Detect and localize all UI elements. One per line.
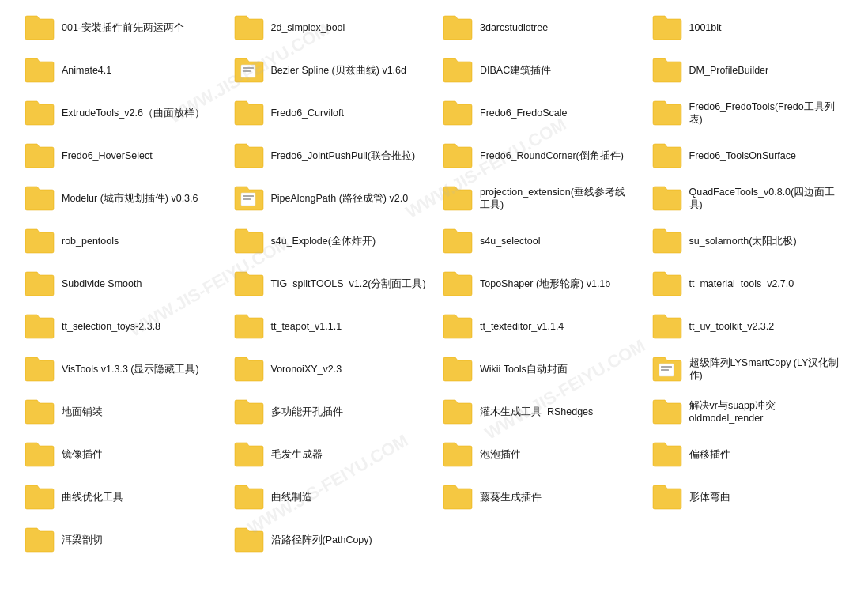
folder-icon	[651, 356, 683, 383]
folder-icon	[24, 526, 55, 553]
folder-icon	[24, 100, 55, 126]
folder-item[interactable]: 镜像插件	[16, 435, 225, 474]
folder-item[interactable]: 超级阵列LYSmartCopy (LY汉化制作)	[643, 349, 853, 389]
folder-item[interactable]: Fredo6_ToolsOnSurface	[643, 136, 853, 175]
folder-item[interactable]: su_solarnorth(太阳北极)	[643, 221, 853, 261]
folder-label: 泡泡插件	[480, 448, 521, 461]
folder-icon	[24, 270, 55, 297]
folder-item[interactable]: projection_extension(垂线参考线工具)	[434, 179, 643, 218]
folder-item[interactable]: 曲线制造	[225, 477, 435, 517]
folder-icon	[651, 484, 683, 511]
folder-label: 沿路径阵列(PathCopy)	[271, 534, 372, 546]
folder-icon	[24, 356, 55, 383]
folder-label: 毛发生成器	[271, 448, 323, 461]
folder-icon	[651, 14, 683, 41]
folder-label: TIG_splitTOOLS_v1.2(分割面工具)	[271, 277, 426, 290]
folder-item[interactable]: 藤葵生成插件	[434, 477, 643, 517]
folder-item[interactable]: Animate4.1	[16, 51, 225, 90]
folder-icon	[24, 185, 55, 212]
svg-rect-5	[243, 198, 251, 200]
folder-item[interactable]: DIBAC建筑插件	[434, 51, 643, 90]
folder-icon	[442, 100, 474, 126]
folder-label: 藤葵生成插件	[480, 491, 542, 504]
folder-item[interactable]: s4u_selectool	[434, 221, 643, 261]
folder-label: su_solarnorth(太阳北极)	[689, 235, 797, 247]
folder-icon	[233, 100, 265, 126]
folder-item[interactable]: 2d_simplex_bool	[225, 8, 435, 47]
folder-label: Fredo6_FredoTools(Fredo工具列表)	[689, 100, 845, 126]
folder-label: Modelur (城市规划插件) v0.3.6	[62, 192, 198, 205]
folder-icon	[651, 185, 683, 212]
folder-label: 超级阵列LYSmartCopy (LY汉化制作)	[689, 357, 845, 383]
folder-icon	[233, 313, 265, 340]
folder-label: rob_pentools	[62, 235, 119, 247]
folder-item[interactable]: QuadFaceTools_v0.8.0(四边面工具)	[643, 179, 853, 218]
folder-item[interactable]: 1001bit	[643, 8, 853, 47]
folder-item[interactable]: 泡泡插件	[434, 435, 643, 474]
folder-item[interactable]: 洱梁剖切	[16, 520, 225, 560]
folder-label: Fredo6_FredoScale	[480, 107, 567, 119]
folder-item[interactable]: rob_pentools	[16, 221, 225, 261]
folder-icon	[442, 57, 474, 84]
folder-item[interactable]: 地面铺装	[16, 392, 225, 432]
folder-label: 2d_simplex_bool	[271, 21, 345, 34]
folder-item[interactable]: VoronoiXY_v2.3	[225, 349, 435, 389]
folder-label: s4u_selectool	[480, 235, 540, 247]
folder-item[interactable]: 形体弯曲	[643, 477, 853, 517]
folder-item[interactable]: TIG_splitTOOLS_v1.2(分割面工具)	[225, 264, 435, 304]
folder-item[interactable]: PipeAlongPath (路径成管) v2.0	[225, 179, 435, 218]
folder-item[interactable]: tt_material_tools_v2.7.0	[643, 264, 853, 304]
folder-item[interactable]: Fredo6_JointPushPull(联合推拉)	[225, 136, 435, 175]
folder-item[interactable]: 偏移插件	[643, 435, 853, 474]
folder-item[interactable]: tt_texteditor_v1.1.4	[434, 307, 643, 346]
folder-item[interactable]: Fredo6_FredoScale	[434, 93, 643, 133]
folder-item[interactable]: tt_uv_toolkit_v2.3.2	[643, 307, 853, 346]
folder-label: ExtrudeTools_v2.6（曲面放样）	[62, 107, 205, 119]
folder-item[interactable]: 毛发生成器	[225, 435, 435, 474]
folder-item[interactable]: tt_teapot_v1.1.1	[225, 307, 435, 346]
folder-label: 灌木生成工具_RShedges	[480, 406, 593, 418]
folder-item[interactable]: TopoShaper (地形轮廓) v1.1b	[434, 264, 643, 304]
folder-icon	[442, 484, 474, 511]
folder-item[interactable]: s4u_Explode(全体炸开)	[225, 221, 435, 261]
folder-icon	[24, 228, 55, 255]
folder-item[interactable]: Fredo6_FredoTools(Fredo工具列表)	[643, 93, 853, 133]
folder-label: VoronoiXY_v2.3	[271, 363, 342, 375]
folder-item[interactable]: Fredo6_HoverSelect	[16, 136, 225, 175]
folder-item[interactable]: 曲线优化工具	[16, 477, 225, 517]
folder-label: tt_selection_toys-2.3.8	[62, 320, 160, 333]
folder-item[interactable]: 001-安装插件前先两运两个	[16, 8, 225, 47]
folder-label: PipeAlongPath (路径成管) v2.0	[271, 192, 409, 205]
folder-icon	[24, 313, 55, 340]
folder-label: tt_texteditor_v1.1.4	[480, 320, 564, 333]
svg-rect-4	[243, 195, 254, 197]
folder-label: s4u_Explode(全体炸开)	[271, 235, 376, 247]
folder-item[interactable]: Modelur (城市规划插件) v0.3.6	[16, 179, 225, 218]
folder-item[interactable]: Bezier Spline (贝兹曲线) v1.6d	[225, 51, 435, 90]
folder-item[interactable]: Fredo6_RoundCorner(倒角插件)	[434, 136, 643, 175]
folder-item[interactable]: Wikii Tools自动封面	[434, 349, 643, 389]
folder-item[interactable]: VisTools v1.3.3 (显示隐藏工具)	[16, 349, 225, 389]
folder-item[interactable]: Subdivide Smooth	[16, 264, 225, 304]
folder-item[interactable]: 沿路径阵列(PathCopy)	[225, 520, 435, 560]
folder-label: Fredo6_RoundCorner(倒角插件)	[480, 149, 624, 162]
folder-item[interactable]: 多功能开孔插件	[225, 392, 435, 432]
folder-item[interactable]: DM_ProfileBuilder	[643, 51, 853, 90]
folder-label: 形体弯曲	[689, 491, 730, 504]
folder-item[interactable]: 灌木生成工具_RShedges	[434, 392, 643, 432]
folder-icon	[24, 142, 55, 169]
folder-label: VisTools v1.3.3 (显示隐藏工具)	[62, 363, 199, 375]
folder-icon	[233, 14, 265, 41]
folder-item[interactable]: 3darcstudiotree	[434, 8, 643, 47]
folder-icon	[651, 270, 683, 297]
folder-icon	[651, 441, 683, 468]
folder-icon	[233, 228, 265, 255]
folder-item[interactable]: ExtrudeTools_v2.6（曲面放样）	[16, 93, 225, 133]
folder-item[interactable]: tt_selection_toys-2.3.8	[16, 307, 225, 346]
folder-icon	[651, 100, 683, 126]
folder-item[interactable]: 解决vr与suapp冲突oldmodel_render	[643, 392, 853, 432]
folder-icon	[233, 142, 265, 169]
folder-icon	[442, 228, 474, 255]
folder-icon	[651, 313, 683, 340]
folder-item[interactable]: Fredo6_Curviloft	[225, 93, 435, 133]
